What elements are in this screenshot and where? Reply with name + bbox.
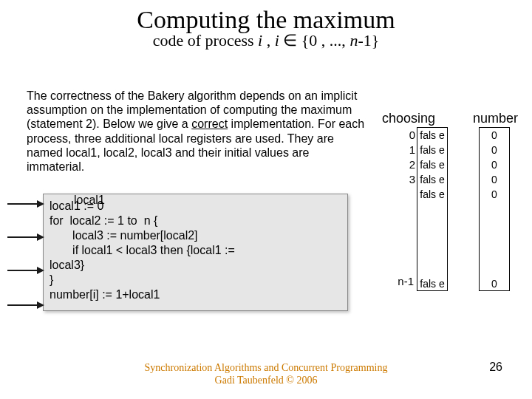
index-label: 2	[399, 158, 415, 171]
cell: fals e	[417, 187, 447, 202]
cell: fals e	[417, 143, 447, 157]
code-box: local1 := 0 for local2 := 1 to n { local…	[43, 194, 348, 311]
index-label: 3	[399, 173, 415, 185]
cell: fals e	[417, 157, 447, 172]
index-label: 0	[399, 129, 415, 141]
index-label: 1	[399, 143, 415, 156]
cell: 0	[480, 187, 509, 202]
arrow-icon	[7, 203, 43, 205]
cell: fals e	[417, 128, 447, 143]
arrow-icon	[7, 236, 43, 238]
slide-title: Computing the maximum	[0, 6, 532, 34]
arrow-icon	[7, 304, 43, 306]
cell: fals e	[417, 279, 447, 289]
cell: 0	[480, 157, 509, 172]
choosing-header: choosing	[382, 111, 435, 126]
cell: 0	[480, 172, 509, 187]
slide-subtitle: code of process i , i ∈ {0 , ..., n-1}	[0, 31, 532, 50]
arrow-icon	[7, 270, 43, 271]
footer: Synchronization Algorithms and Concurren…	[0, 362, 532, 387]
cell: 0	[480, 143, 509, 157]
cell: 0	[480, 279, 509, 289]
cell: fals e	[417, 172, 447, 187]
choosing-column: fals e fals e fals e fals e fals e fals …	[417, 127, 448, 291]
description-paragraph: The correctness of the Bakery algorithm …	[27, 89, 366, 174]
index-label-last: n-1	[377, 275, 414, 287]
cell: 0	[480, 128, 509, 143]
overlap-text: local1	[74, 194, 105, 207]
page-number: 26	[489, 361, 502, 374]
number-column: 0 0 0 0 0 0	[479, 127, 510, 291]
number-header: number	[473, 111, 518, 126]
